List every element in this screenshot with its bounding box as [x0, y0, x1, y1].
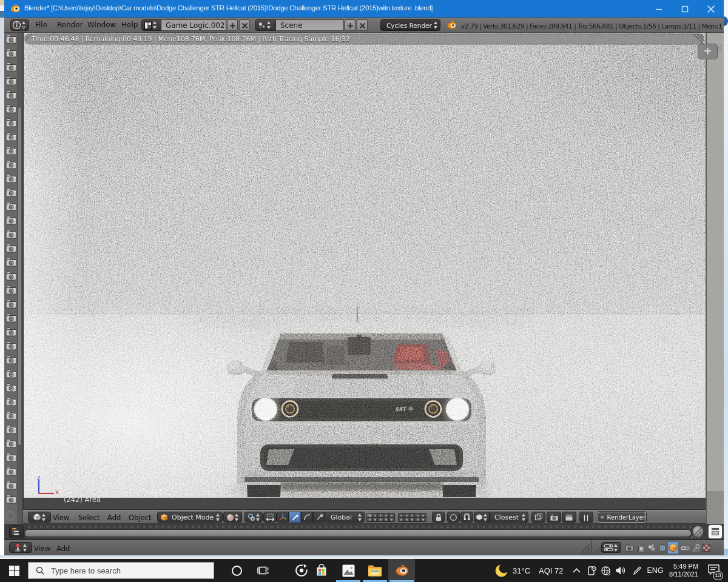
menu-object[interactable]: Object: [129, 513, 151, 522]
menu-window[interactable]: Window: [87, 21, 116, 29]
renderlayer-dropdown[interactable]: RenderLayer: [598, 512, 646, 523]
snap-target-dropdown[interactable]: Closest: [490, 512, 528, 523]
layer-cell[interactable]: [399, 518, 404, 522]
spinner-arrows[interactable]: [613, 543, 619, 552]
tray-notifications[interactable]: 13: [703, 559, 724, 582]
camera-icon[interactable]: [5, 299, 18, 309]
tray-your-phone[interactable]: [584, 559, 598, 582]
layer-cell[interactable]: [367, 518, 372, 522]
camera-icon[interactable]: [5, 62, 18, 72]
layer-cell[interactable]: [420, 518, 426, 522]
camera-icon[interactable]: [5, 341, 18, 350]
camera-icon[interactable]: [5, 187, 18, 197]
scene-delete-button[interactable]: [357, 19, 368, 31]
camera-icon[interactable]: [5, 201, 18, 211]
taskbar-task-view[interactable]: [250, 559, 277, 582]
timeline-corner[interactable]: [684, 525, 702, 538]
tab-constraints[interactable]: [679, 541, 691, 554]
expand-panel-button[interactable]: +: [698, 44, 718, 59]
manipulator-rotate-button[interactable]: [301, 512, 313, 523]
camera-icon[interactable]: [5, 159, 18, 169]
camera-icon[interactable]: [5, 480, 18, 490]
camera-icon[interactable]: [5, 466, 18, 476]
scene-browse-button[interactable]: [255, 19, 276, 31]
minimize-button[interactable]: [645, 0, 672, 18]
camera-icon[interactable]: [5, 494, 18, 504]
manipulate-centers-toggle[interactable]: [263, 512, 277, 523]
spinner-arrows[interactable]: [521, 513, 527, 522]
menu-file[interactable]: File: [35, 21, 47, 29]
taskbar-blender[interactable]: [388, 559, 415, 582]
camera-icon[interactable]: [5, 118, 18, 127]
editor-type-3dview-button[interactable]: [28, 512, 51, 523]
tray-clock[interactable]: 5:49 PM 8/11/2021: [666, 559, 701, 582]
timeline-scrollbar[interactable]: [24, 529, 692, 537]
editor-type-logic-button[interactable]: [9, 542, 32, 553]
camera-icon[interactable]: [5, 313, 18, 323]
tab-render[interactable]: [624, 541, 635, 554]
menu-add[interactable]: Add: [107, 513, 121, 522]
camera-icon[interactable]: [5, 48, 18, 58]
camera-icon[interactable]: [5, 34, 18, 44]
camera-icon[interactable]: [5, 327, 18, 336]
spinner-arrows[interactable]: [266, 21, 272, 30]
camera-icon[interactable]: [5, 132, 18, 141]
tray-ink[interactable]: [630, 559, 644, 582]
spinner-arrows[interactable]: [255, 513, 261, 522]
camera-icon[interactable]: [5, 355, 18, 364]
snap-toggle[interactable]: [460, 512, 473, 523]
tab-object[interactable]: [667, 541, 679, 554]
layer-cell[interactable]: [415, 518, 420, 522]
layer-cell[interactable]: [410, 518, 415, 522]
scene-add-button[interactable]: [345, 19, 356, 31]
layer-cell[interactable]: [383, 518, 389, 522]
layer-cell[interactable]: [389, 518, 394, 522]
camera-icon[interactable]: [5, 383, 18, 392]
spinner-arrows[interactable]: [234, 513, 240, 522]
orientation-dropdown[interactable]: Global: [325, 512, 365, 523]
opengl-render-button[interactable]: [547, 512, 561, 523]
camera-icon[interactable]: [5, 257, 18, 267]
lock-to-scene-toggle[interactable]: [432, 512, 445, 523]
menu-select[interactable]: Select: [78, 513, 99, 522]
render-engine-dropdown[interactable]: Cycles Render: [380, 19, 440, 31]
viewport-3d[interactable]: SRT: [23, 33, 706, 510]
scene-field[interactable]: Scene: [276, 19, 344, 31]
camera-icon[interactable]: [5, 452, 18, 462]
manipulator-translate-button[interactable]: [289, 512, 301, 523]
camera-icon[interactable]: [5, 90, 18, 99]
start-button[interactable]: [0, 559, 28, 582]
menu-help[interactable]: Help: [121, 21, 138, 29]
camera-icon[interactable]: [5, 271, 18, 281]
spinner-arrows[interactable]: [483, 513, 488, 522]
tab-texture[interactable]: [701, 541, 711, 554]
mode-dropdown[interactable]: Object Mode: [157, 512, 223, 523]
manipulator-scale-button[interactable]: [313, 512, 325, 523]
spinner-arrows[interactable]: [152, 21, 158, 30]
spinner-arrows[interactable]: [215, 513, 221, 522]
logic-menu-add[interactable]: Add: [56, 544, 70, 553]
taskbar-store[interactable]: [308, 559, 335, 582]
close-button[interactable]: [698, 0, 724, 18]
spinner-arrows[interactable]: [357, 513, 363, 522]
tab-particles[interactable]: [645, 541, 657, 554]
camera-icon[interactable]: [5, 285, 18, 295]
taskbar-photos[interactable]: [335, 559, 362, 582]
tray-language[interactable]: ENG: [644, 559, 666, 582]
layer-grid-1[interactable]: [366, 513, 395, 522]
pause-button[interactable]: ||: [579, 512, 593, 523]
layer-cell[interactable]: [404, 518, 410, 522]
area-corner-widget[interactable]: [16, 25, 25, 33]
camera-icon[interactable]: [5, 396, 18, 406]
screen-layout-delete-button[interactable]: [239, 19, 250, 31]
camera-icon[interactable]: [5, 173, 18, 183]
editor-type-properties-button[interactable]: [601, 542, 621, 553]
weather-icon-moon[interactable]: [491, 559, 512, 582]
snap-element-button[interactable]: [474, 512, 490, 523]
camera-icon[interactable]: [5, 76, 18, 85]
tray-chevron[interactable]: [569, 559, 584, 582]
camera-icon[interactable]: [5, 438, 18, 448]
logic-corner[interactable]: [575, 541, 590, 555]
logic-menu-view[interactable]: View: [34, 544, 50, 553]
viewport-shading-button[interactable]: [223, 512, 242, 523]
